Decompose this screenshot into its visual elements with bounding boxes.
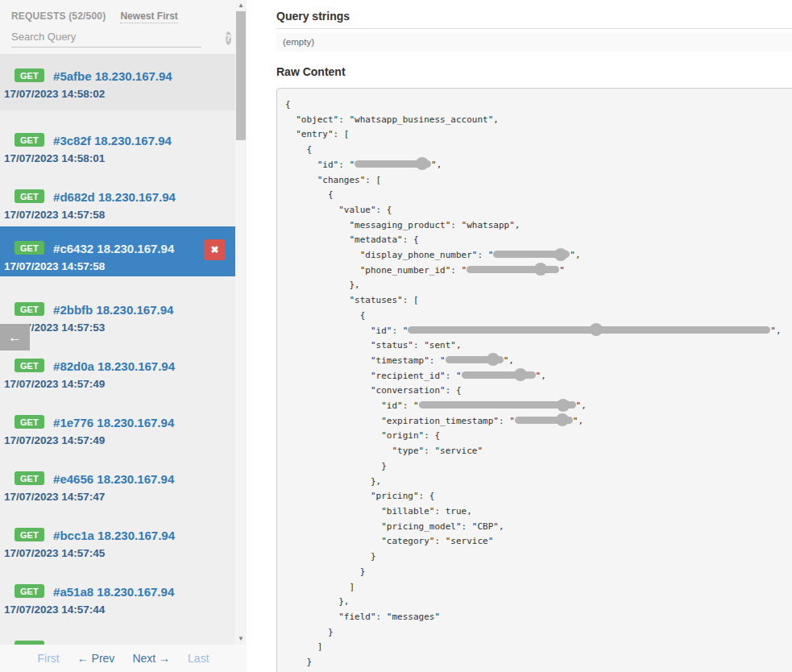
method-badge: GET xyxy=(15,359,44,372)
raw-content-code: { "object": "whatsapp_business_account",… xyxy=(276,88,792,672)
request-list-item[interactable]: GET #a51a8 18.230.167.94 17/07/2023 14:5… xyxy=(0,562,238,618)
redacted-value xyxy=(466,266,559,273)
request-link[interactable]: #5afbe 18.230.167.94 xyxy=(53,69,172,83)
redacted-value xyxy=(355,160,431,168)
request-list-item[interactable]: GET #82d0a 18.230.167.94 17/07/2023 14:5… xyxy=(0,336,238,392)
query-strings-empty-value: (empty) xyxy=(276,33,792,52)
request-link[interactable]: #3c82f 18.230.167.94 xyxy=(53,134,172,147)
redacted-value xyxy=(446,356,504,363)
method-badge: GET xyxy=(15,68,44,82)
redacted-value xyxy=(462,371,536,379)
request-link[interactable]: #2bbfb 18.230.167.94 xyxy=(53,303,173,317)
search-input[interactable] xyxy=(11,29,201,48)
requests-sidebar: REQUESTS (52/500) Newest First ? GET #5a… xyxy=(0,0,247,672)
request-list-item[interactable]: GET #5afbe 18.230.167.94 17/07/2023 14:5… xyxy=(0,54,238,110)
request-link[interactable]: #d682d 18.230.167.94 xyxy=(53,190,176,204)
sidebar-scrollbar[interactable]: ▲ ▼ xyxy=(235,0,247,645)
request-timestamp: 17/07/2023 14:57:45 xyxy=(4,547,227,559)
method-badge: GET xyxy=(15,528,44,541)
query-strings-heading: Query strings xyxy=(276,10,792,23)
raw-content-heading: Raw Content xyxy=(276,65,792,78)
method-badge: GET xyxy=(15,584,44,598)
request-timestamp: 17/07/2023 14:57:49 xyxy=(4,378,227,390)
request-timestamp: 17/07/2023 14:57:49 xyxy=(4,434,227,446)
help-icon[interactable]: ? xyxy=(226,31,231,45)
method-badge: GET xyxy=(15,241,44,255)
request-list-item[interactable]: GET #2bbfb 18.230.167.94 17/07/2023 14:5… xyxy=(0,280,238,336)
pagination-last[interactable]: Last xyxy=(188,652,209,665)
scroll-up-icon[interactable]: ▲ xyxy=(235,0,247,11)
redacted-value xyxy=(408,326,770,334)
sidebar-header: REQUESTS (52/500) Newest First ? xyxy=(0,0,235,54)
request-link[interactable]: #a51a8 18.230.167.94 xyxy=(53,585,174,599)
request-list-item[interactable]: GET #bcc1a 18.230.167.94 17/07/2023 14:5… xyxy=(0,505,238,562)
request-link[interactable]: #c6432 18.230.167.94 xyxy=(53,242,174,255)
pagination-bar: First ← Prev Next → Last xyxy=(0,645,247,672)
scrollbar-thumb[interactable] xyxy=(236,11,246,140)
method-badge: GET xyxy=(15,302,44,316)
requests-count-title: REQUESTS (52/500) xyxy=(11,10,106,22)
request-link[interactable]: #e4656 18.230.167.94 xyxy=(53,472,174,486)
request-list-item[interactable]: GET #10467 18.230.167.94 ✖ xyxy=(0,618,238,645)
divider xyxy=(276,28,792,29)
request-timestamp: 17/07/2023 14:58:01 xyxy=(4,152,227,164)
request-list: GET #5afbe 18.230.167.94 17/07/2023 14:5… xyxy=(0,54,238,645)
method-badge: GET xyxy=(15,133,44,147)
request-link[interactable]: #82d0a 18.230.167.94 xyxy=(53,359,175,373)
delete-request-button[interactable]: ✖ xyxy=(204,239,226,260)
pagination-next[interactable]: Next → xyxy=(132,652,170,665)
request-link[interactable]: #bcc1a 18.230.167.94 xyxy=(53,529,175,542)
method-badge: GET xyxy=(15,415,44,429)
request-list-item[interactable]: GET #1e776 18.230.167.94 17/07/2023 14:5… xyxy=(0,392,238,449)
method-badge: GET xyxy=(15,189,44,203)
request-timestamp: 17/07/2023 14:57:47 xyxy=(4,491,227,503)
redacted-value xyxy=(493,251,570,258)
request-timestamp: 17/07/2023 14:58:02 xyxy=(4,88,227,100)
collapse-sidebar-button[interactable]: ← xyxy=(0,324,30,351)
sort-order-toggle[interactable]: Newest First xyxy=(120,10,177,23)
request-timestamp: 17/07/2023 14:57:58 xyxy=(4,260,227,272)
request-detail-panel: Query strings (empty) Raw Content { "obj… xyxy=(247,0,792,672)
pagination-first[interactable]: First xyxy=(37,652,59,665)
request-link[interactable]: #1e776 18.230.167.94 xyxy=(53,416,174,429)
redacted-value xyxy=(515,417,573,424)
request-list-item[interactable]: GET #e4656 18.230.167.94 17/07/2023 14:5… xyxy=(0,449,238,505)
scroll-down-icon[interactable]: ▼ xyxy=(235,633,247,645)
request-list-item[interactable]: GET #3c82f 18.230.167.94 17/07/2023 14:5… xyxy=(0,110,238,167)
request-timestamp: 17/07/2023 14:57:58 xyxy=(4,209,227,221)
request-list-item[interactable]: GET #d682d 18.230.167.94 17/07/2023 14:5… xyxy=(0,167,238,223)
method-badge: GET xyxy=(15,471,44,485)
redacted-value xyxy=(419,401,576,409)
request-list-item[interactable]: GET #c6432 18.230.167.94 17/07/2023 14:5… xyxy=(0,226,238,276)
pagination-prev[interactable]: ← Prev xyxy=(77,652,115,665)
request-timestamp: 17/07/2023 14:57:44 xyxy=(4,604,227,616)
request-timestamp: 17/07/2023 14:57:53 xyxy=(4,321,227,334)
